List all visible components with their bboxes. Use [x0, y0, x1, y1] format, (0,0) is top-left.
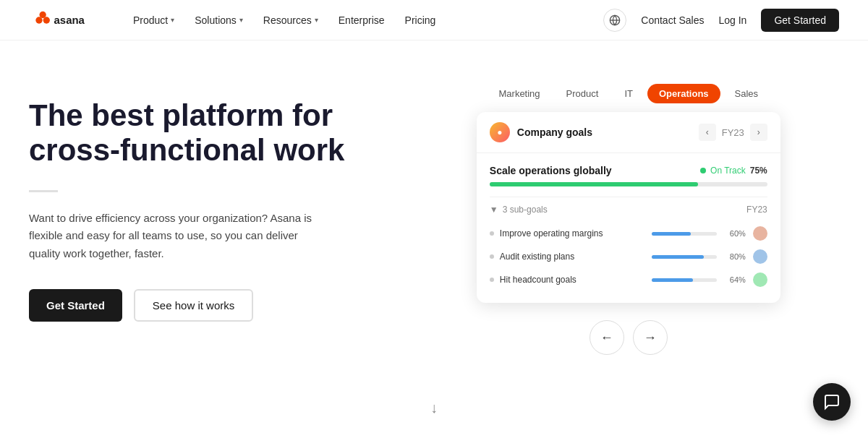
avatar: ● [490, 122, 510, 142]
navbar: asana Product ▾ Solutions ▾ Resources ▾ … [0, 0, 868, 40]
login-link[interactable]: Log In [718, 14, 746, 26]
sub-goal-bar-wrap [652, 278, 717, 282]
tab-product[interactable]: Product [555, 84, 610, 103]
sub-goal-name: Hit headcount goals [500, 275, 576, 285]
chat-icon [823, 393, 841, 402]
sub-goals-header: ▼ 3 sub-goals FY23 [490, 205, 767, 215]
prev-arrow[interactable]: ‹ [699, 124, 716, 141]
globe-icon [609, 14, 621, 26]
category-tabs: Marketing Product IT Operations Sales [488, 84, 770, 103]
nav-solutions[interactable]: Solutions ▾ [195, 14, 243, 26]
main-progress-fill [490, 182, 698, 186]
sub-goals-label: ▼ 3 sub-goals [490, 205, 548, 215]
sub-goal-pct: 80% [724, 252, 746, 261]
hero-left: The best platform for cross-functional w… [29, 84, 393, 322]
fy-label: FY23 [722, 127, 744, 138]
dashboard-title-area: ● Company goals [490, 122, 592, 142]
dashboard-nav: ‹ FY23 › [699, 124, 767, 141]
svg-point-2 [39, 11, 46, 17]
sub-goal-right: 80% [652, 249, 767, 264]
chevron-down-icon: ▾ [315, 16, 318, 24]
sub-goal-row: Audit existing plans 80% [490, 245, 767, 268]
asana-logo-svg: asana [29, 10, 110, 30]
dashboard-body: Scale operations globally On Track 75% [477, 153, 780, 303]
nav-get-started-button[interactable]: Get Started [761, 9, 839, 32]
sub-goal-right: 64% [652, 272, 767, 287]
dashboard-title: Company goals [517, 126, 592, 138]
contact-sales-link[interactable]: Contact Sales [641, 14, 704, 26]
hero-title: The best platform for cross-functional w… [29, 98, 393, 168]
tab-marketing[interactable]: Marketing [488, 84, 552, 103]
nav-pricing[interactable]: Pricing [405, 14, 436, 26]
sub-goal-avatar [753, 226, 767, 241]
sub-goal-info: Improve operating margins [490, 228, 652, 239]
tab-operations[interactable]: Operations [647, 84, 720, 103]
main-progress-bar [490, 182, 767, 186]
sub-goal-row: Improve operating margins 60% [490, 222, 767, 245]
sub-goal-row: Hit headcount goals 64% [490, 268, 767, 291]
get-started-button[interactable]: Get Started [29, 289, 122, 322]
tab-it[interactable]: IT [613, 84, 644, 103]
sub-goals-section: ▼ 3 sub-goals FY23 Improve operating mar… [490, 197, 767, 291]
see-how-button[interactable]: See how it works [134, 289, 253, 322]
status-text: On Track [710, 166, 746, 176]
tab-sales[interactable]: Sales [723, 84, 770, 103]
sub-goal-bar-fill [652, 255, 704, 259]
sub-goal-pct: 60% [724, 229, 746, 238]
logo[interactable]: asana [29, 10, 110, 30]
scroll-down-indicator[interactable]: ↓ [430, 400, 438, 402]
hero-right: Marketing Product IT Operations Sales ● … [418, 84, 839, 355]
status-dot [700, 168, 706, 173]
sub-goal-bar-fill [652, 278, 694, 282]
sub-goal-pct: 64% [724, 275, 746, 284]
sub-goal-name: Improve operating margins [500, 228, 603, 239]
sub-goal-bar-fill [652, 232, 691, 236]
svg-text:asana: asana [54, 13, 85, 25]
slide-prev-button[interactable]: ← [590, 320, 624, 355]
svg-point-6 [753, 226, 767, 241]
svg-point-7 [753, 249, 767, 264]
sub-goals-fy: FY23 [746, 205, 767, 215]
hero-divider [29, 190, 58, 192]
hero-description: Want to drive efficiency across your org… [29, 210, 318, 263]
dashboard-header: ● Company goals ‹ FY23 › [477, 112, 780, 153]
nav-resources[interactable]: Resources ▾ [263, 14, 318, 26]
nav-enterprise[interactable]: Enterprise [339, 14, 385, 26]
hero-section: The best platform for cross-functional w… [0, 40, 868, 402]
svg-point-8 [753, 272, 767, 287]
sub-goal-info: Hit headcount goals [490, 275, 652, 285]
sub-goal-bar-wrap [652, 232, 717, 236]
goal-status: On Track 75% [700, 166, 767, 176]
chevron-down-icon: ▾ [239, 16, 243, 24]
sub-goal-bar-wrap [652, 255, 717, 259]
sub-goal-name: Audit existing plans [500, 252, 574, 262]
nav-right: Contact Sales Log In Get Started [603, 9, 839, 32]
nav-left: asana Product ▾ Solutions ▾ Resources ▾ … [29, 10, 435, 30]
sub-goal-right: 60% [652, 226, 767, 241]
nav-arrows-row: ← → [590, 320, 668, 355]
language-selector[interactable] [603, 9, 626, 32]
sub-goal-dot [490, 231, 494, 236]
chevron-down-icon: ▾ [171, 16, 174, 24]
main-goal: Scale operations globally On Track 75% [490, 165, 767, 186]
sub-goal-dot [490, 278, 494, 282]
status-percent: 75% [750, 166, 767, 176]
dashboard-card: ● Company goals ‹ FY23 › Scale operation… [477, 112, 780, 303]
sub-goal-info: Audit existing plans [490, 252, 652, 262]
main-goal-title: Scale operations globally On Track 75% [490, 165, 767, 176]
sub-goal-avatar [753, 249, 767, 264]
nav-links: Product ▾ Solutions ▾ Resources ▾ Enterp… [133, 14, 435, 26]
sub-goal-dot [490, 254, 494, 259]
slide-next-button[interactable]: → [633, 320, 668, 355]
nav-product[interactable]: Product ▾ [133, 14, 174, 26]
sub-goal-avatar [753, 272, 767, 287]
hero-actions: Get Started See how it works [29, 289, 393, 322]
next-arrow[interactable]: › [750, 124, 767, 141]
